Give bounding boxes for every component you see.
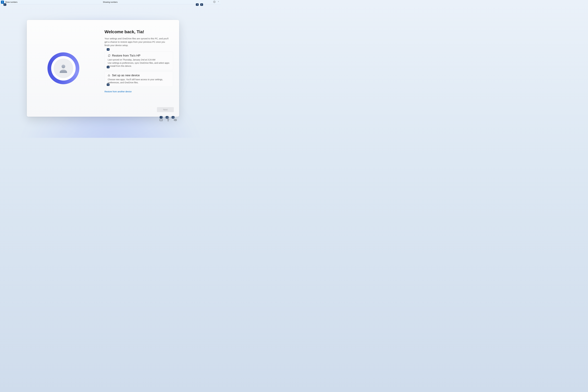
card-content-pane: Welcome back, Tia! Your settings and One… bbox=[100, 20, 179, 117]
microphone-icon bbox=[2, 1, 3, 3]
restore-another-link[interactable]: Restore from another device bbox=[104, 90, 132, 93]
avatar-ring bbox=[48, 52, 79, 84]
volume-icon bbox=[174, 118, 177, 122]
voice-command-text: Show numbers bbox=[5, 1, 18, 3]
voice-access-bar: Show numbers Showing numbers bbox=[0, 0, 220, 4]
voice-status-text: Showing numbers bbox=[103, 1, 118, 3]
oobe-utility-icons bbox=[160, 118, 177, 122]
number-badge-9: 9 bbox=[172, 116, 174, 118]
option-new-desc: Choose new apps. You'll still have acces… bbox=[108, 78, 170, 84]
page-title: Welcome back, Tia! bbox=[104, 30, 173, 34]
accessibility-button[interactable] bbox=[166, 118, 170, 122]
settings-button[interactable] bbox=[213, 0, 216, 4]
number-badge-1: 1 bbox=[4, 3, 6, 6]
avatar-placeholder bbox=[54, 58, 73, 78]
microphone-button[interactable] bbox=[1, 0, 4, 4]
number-badge-2: 2 bbox=[196, 3, 198, 6]
keyboard-icon bbox=[160, 118, 163, 122]
svg-point-0 bbox=[214, 2, 215, 2]
svg-point-1 bbox=[62, 64, 65, 68]
number-badge-6: 6 bbox=[107, 84, 110, 86]
next-button[interactable]: Next bbox=[157, 107, 174, 112]
volume-button[interactable] bbox=[174, 118, 177, 122]
svg-rect-2 bbox=[108, 75, 110, 76]
number-badge-3: 3 bbox=[200, 3, 203, 6]
option-restore-title: Restore from Tia's HP bbox=[112, 54, 140, 57]
option-restore[interactable]: Restore from Tia's HP Last synced on Thu… bbox=[104, 52, 173, 70]
help-icon bbox=[217, 0, 220, 3]
device-icon bbox=[108, 74, 110, 77]
number-badge-5: 5 bbox=[107, 66, 110, 68]
option-new-title: Set up as new device bbox=[112, 74, 140, 77]
person-icon bbox=[58, 63, 69, 74]
option-restore-line1: Last synced on Thursday, January 2nd at … bbox=[108, 58, 170, 61]
avatar-inner bbox=[51, 56, 76, 80]
svg-point-4 bbox=[168, 119, 168, 119]
number-badge-8: 8 bbox=[166, 116, 168, 118]
number-badge-7: 7 bbox=[160, 116, 162, 118]
gear-icon bbox=[213, 0, 216, 3]
option-restore-line2: Use settings & preferences, sync OneDriv… bbox=[108, 62, 170, 68]
svg-rect-3 bbox=[160, 119, 162, 121]
card-illustration-pane bbox=[27, 20, 100, 117]
sync-icon bbox=[108, 54, 110, 57]
number-badge-4: 4 bbox=[107, 48, 110, 51]
setup-card: Welcome back, Tia! Your settings and One… bbox=[27, 20, 179, 117]
on-screen-keyboard-button[interactable] bbox=[160, 118, 163, 122]
help-button[interactable] bbox=[217, 0, 220, 4]
option-new-device[interactable]: Set up as new device Choose new apps. Yo… bbox=[104, 71, 173, 87]
accessibility-icon bbox=[166, 118, 170, 122]
page-subtitle: Your settings and OneDrive files are syn… bbox=[104, 37, 169, 47]
